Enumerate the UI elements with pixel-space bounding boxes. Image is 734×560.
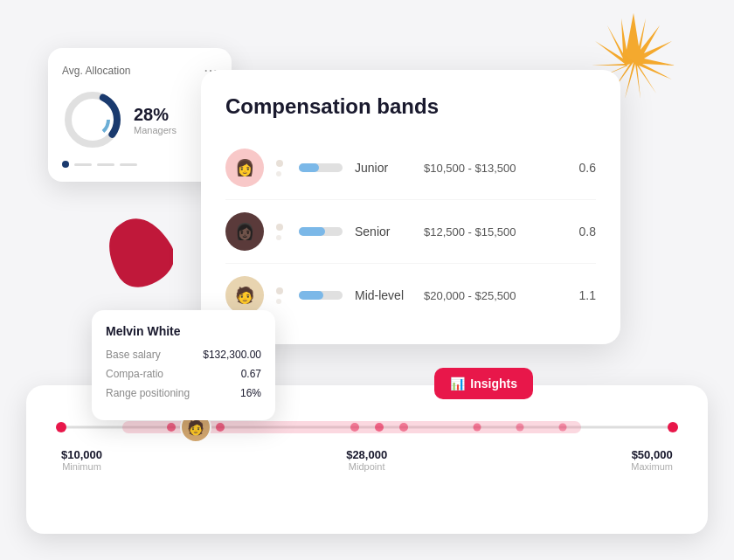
band-fill-midlevel (299, 291, 323, 300)
band-bar-senior (299, 227, 343, 236)
level-midlevel: Mid-level (355, 288, 412, 302)
insights-label: Insights (470, 377, 517, 391)
min-label: Minimum (61, 461, 102, 472)
name-bar-midlevel (276, 287, 287, 304)
ratio-junior: 0.6 (571, 161, 596, 175)
card-header: Avg. Allocation ⋯ (62, 62, 218, 79)
comp-bands-title: Compensation bands (225, 94, 596, 119)
range-label-mid: $28,000 Midpoint (346, 448, 387, 472)
band-fill-senior (299, 227, 325, 236)
track-dot-2 (216, 423, 225, 432)
band-bar-midlevel (299, 291, 343, 300)
avg-allocation-title: Avg. Allocation (62, 65, 131, 77)
track-dot-6 (474, 424, 481, 432)
comp-bands-card: Compensation bands 👩 Junior $10,500 - $1… (201, 70, 620, 344)
comp-row-midlevel: 🧑 Mid-level $20,000 - $25,500 1.1 (225, 264, 596, 327)
teardrop-decoration (103, 210, 173, 288)
melvin-salary-value: $132,300.00 (203, 349, 261, 361)
melvin-row-compa: Compa-ratio 0.67 (106, 368, 261, 380)
main-scene: Avg. Allocation ⋯ 28% Managers C (0, 0, 734, 560)
melvin-compa-label: Compa-ratio (106, 368, 163, 380)
donut-chart (62, 89, 123, 150)
name-line-5 (276, 287, 283, 294)
max-amount: $50,000 (631, 448, 673, 461)
name-bar-senior (276, 224, 287, 240)
min-amount: $10,000 (61, 448, 102, 461)
legend-dot-1 (62, 161, 69, 168)
donut-subtitle: Managers (134, 125, 177, 135)
name-line-4 (276, 235, 281, 240)
track-dot-5 (399, 423, 408, 432)
melvin-salary-label: Base salary (106, 349, 161, 361)
level-senior: Senior (355, 225, 412, 239)
max-label: Maximum (631, 461, 673, 472)
track-dot-3 (350, 423, 359, 432)
name-line-3 (276, 224, 283, 231)
range-midlevel: $20,000 - $25,500 (424, 289, 559, 302)
ratio-midlevel: 1.1 (571, 288, 596, 302)
legend-dots (62, 161, 218, 168)
band-bar-junior (299, 163, 343, 172)
legend-line-1 (74, 163, 92, 166)
range-junior: $10,500 - $13,500 (424, 162, 559, 175)
avatar-senior: 👩🏿 (225, 212, 264, 251)
svg-point-3 (77, 104, 108, 135)
insights-button[interactable]: 📊 Insights (434, 368, 533, 399)
avatar-midlevel: 🧑 (225, 276, 264, 315)
legend-line-3 (120, 163, 137, 166)
name-line-1 (276, 160, 283, 167)
melvin-compa-value: 0.67 (241, 368, 261, 380)
track-dot-max (668, 422, 678, 432)
range-label-min: $10,000 Minimum (61, 448, 102, 472)
track-dot-8 (559, 424, 567, 432)
track-dot-1 (167, 423, 176, 432)
range-label-max: $50,000 Maximum (631, 448, 673, 472)
track-dot-min (56, 422, 66, 432)
legend-line-2 (97, 163, 114, 166)
range-labels: $10,000 Minimum $28,000 Midpoint $50,000… (61, 448, 673, 472)
insights-icon: 📊 (450, 377, 465, 391)
ratio-senior: 0.8 (571, 225, 596, 239)
range-track: 🧑 (61, 420, 673, 434)
name-bar-junior (276, 160, 287, 176)
track-dot-4 (375, 423, 384, 432)
range-senior: $12,500 - $15,500 (424, 225, 559, 239)
melvin-card: Melvin White Base salary $132,300.00 Com… (92, 310, 275, 420)
mid-amount: $28,000 (346, 448, 387, 461)
donut-info: 28% Managers (134, 105, 177, 135)
donut-percentage: 28% (134, 105, 177, 125)
band-fill-junior (299, 163, 319, 172)
melvin-range-value: 16% (240, 387, 261, 399)
name-line-2 (276, 171, 281, 176)
melvin-row-salary: Base salary $132,300.00 (106, 349, 261, 361)
mid-label: Midpoint (346, 461, 387, 472)
name-line-6 (276, 299, 281, 304)
level-junior: Junior (355, 161, 412, 175)
donut-area: 28% Managers (62, 89, 218, 150)
comp-row-senior: 👩🏿 Senior $12,500 - $15,500 0.8 (225, 200, 596, 264)
track-dot-7 (516, 424, 524, 432)
avatar-junior: 👩 (225, 149, 264, 187)
comp-row-junior: 👩 Junior $10,500 - $13,500 0.6 (225, 136, 596, 200)
melvin-range-label: Range positioning (106, 387, 190, 399)
melvin-row-range: Range positioning 16% (106, 387, 261, 399)
melvin-name: Melvin White (106, 324, 261, 338)
